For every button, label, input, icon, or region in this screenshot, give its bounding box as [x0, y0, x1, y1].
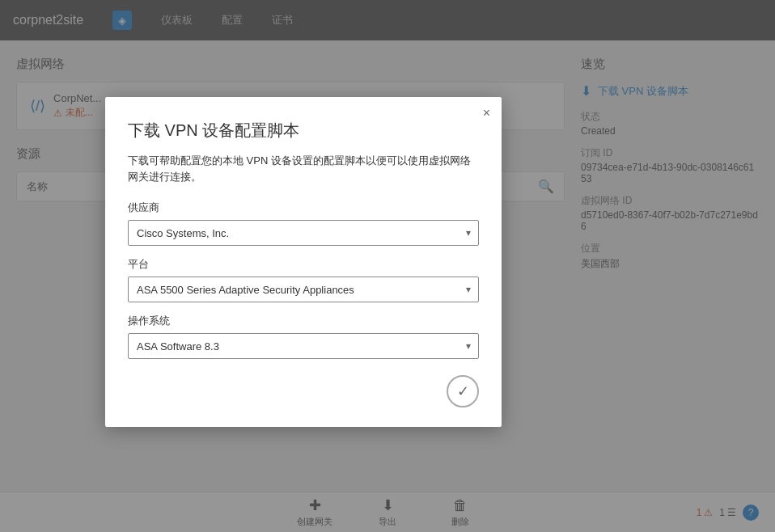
submit-icon: ✓	[457, 382, 469, 400]
submit-button[interactable]: ✓	[447, 375, 479, 407]
os-field: 操作系统 ASA Software 8.3 ASA Software 8.4 A…	[128, 314, 479, 359]
os-select-wrapper: ASA Software 8.3 ASA Software 8.4 ASA So…	[128, 333, 479, 359]
platform-field: 平台 ASA 5500 Series Adaptive Security App…	[128, 257, 479, 302]
vendor-label: 供应商	[128, 201, 479, 215]
vendor-field: 供应商 Cisco Systems, Inc. Juniper Networks…	[128, 201, 479, 246]
os-select[interactable]: ASA Software 8.3 ASA Software 8.4 ASA So…	[128, 333, 479, 359]
platform-select[interactable]: ASA 5500 Series Adaptive Security Applia…	[128, 277, 479, 302]
os-label: 操作系统	[128, 314, 479, 328]
modal-close-button[interactable]: ×	[483, 107, 490, 120]
download-vpn-modal: × 下载 VPN 设备配置脚本 下载可帮助配置您的本地 VPN 设备设置的配置脚…	[105, 97, 502, 427]
vendor-select-wrapper: Cisco Systems, Inc. Juniper Networks Che…	[128, 220, 479, 246]
modal-overlay: × 下载 VPN 设备配置脚本 下载可帮助配置您的本地 VPN 设备设置的配置脚…	[0, 0, 775, 532]
modal-description: 下载可帮助配置您的本地 VPN 设备设置的配置脚本以便可以使用虚拟网络网关进行连…	[128, 153, 479, 184]
modal-title: 下载 VPN 设备配置脚本	[128, 120, 479, 141]
modal-submit-area: ✓	[128, 375, 479, 407]
vendor-select[interactable]: Cisco Systems, Inc. Juniper Networks Che…	[128, 220, 479, 246]
platform-label: 平台	[128, 257, 479, 272]
platform-select-wrapper: ASA 5500 Series Adaptive Security Applia…	[128, 277, 479, 302]
